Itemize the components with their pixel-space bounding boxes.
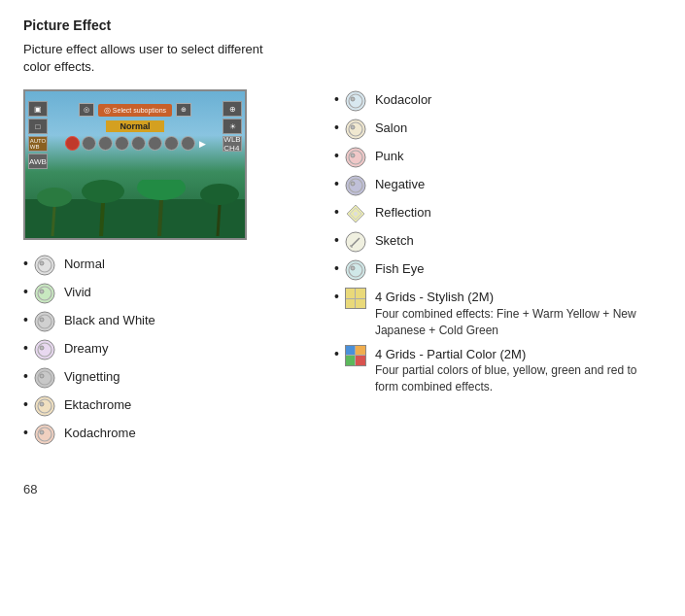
kodachrome-text: Kodachrome (64, 425, 136, 442)
ektachrome-icon (32, 395, 57, 417)
bullet-point: • (334, 346, 339, 362)
4grids-stylish-label: 4 Grids - Stylish (2M) (375, 289, 662, 306)
svg-point-44 (354, 212, 358, 216)
svg-point-14 (40, 290, 44, 293)
list-item: • Normal (23, 256, 325, 277)
svg-point-7 (200, 184, 239, 205)
camera-left-icons: ▣ □ AUTOWB AWB (28, 101, 48, 169)
normal-icon (32, 255, 57, 276)
list-item: • Reflection (334, 204, 662, 225)
black-white-icon (32, 311, 57, 332)
svg-point-23 (40, 374, 44, 378)
sketch-text: Sketch (375, 232, 414, 250)
bullet-point: • (334, 289, 339, 305)
list-item: • Kodachrome (23, 425, 325, 446)
bullet-point: • (23, 284, 28, 300)
svg-point-17 (40, 318, 44, 322)
vivid-text: Vivid (64, 284, 91, 301)
vivid-icon (32, 283, 57, 304)
normal-label: Normal (64, 256, 105, 273)
bullet-point: • (23, 396, 28, 413)
black-white-label: Black and White (64, 312, 155, 329)
normal-label: Normal (106, 120, 164, 132)
camera-screenshot: ▣ □ AUTOWB AWB ⊕ ☀ WLBCH4 ◎ ◎ (23, 89, 247, 240)
normal-text: Normal (64, 256, 105, 273)
bullet-point: • (334, 260, 339, 277)
bullet-point: • (23, 256, 28, 272)
ektachrome-text: Ektachrome (64, 396, 131, 414)
bullet-point: • (23, 340, 28, 357)
right-column: • Kodacolor• Salon• Punk• Negative• Refl… (334, 89, 662, 453)
salon-label: Salon (375, 120, 407, 137)
left-column: ▣ □ AUTOWB AWB ⊕ ☀ WLBCH4 ◎ ◎ (23, 89, 325, 453)
svg-point-35 (351, 125, 355, 129)
bullet-point: • (334, 176, 339, 192)
kodacolor-icon (343, 90, 368, 112)
4grids-stylish-text: 4 Grids - Stylish (2M)Four combined effe… (375, 289, 662, 338)
list-item: •4 Grids - Partial Color (2M)Four partia… (334, 346, 662, 395)
svg-line-4 (101, 203, 103, 236)
bullet-point: • (334, 120, 339, 136)
vignetting-label: Vignetting (64, 368, 120, 386)
content-area: ▣ □ AUTOWB AWB ⊕ ☀ WLBCH4 ◎ ◎ (23, 89, 662, 453)
4grids-stylish-sublabel: Four combined effects: Fine + Warm Yello… (375, 306, 662, 339)
4grids-partial-text: 4 Grids - Partial Color (2M)Four partial… (375, 346, 662, 395)
list-item: • Negative (334, 176, 662, 197)
list-item: •4 Grids - Stylish (2M)Four combined eff… (334, 289, 662, 338)
list-item: • Kodacolor (334, 91, 662, 113)
vignetting-icon (32, 367, 57, 389)
select-suboptions-button[interactable]: ◎ Select suboptions (98, 104, 172, 117)
fish-eye-label: Fish Eye (375, 260, 425, 278)
list-item: • Dreamy (23, 340, 325, 361)
bullet-point: • (334, 232, 339, 249)
sketch-label: Sketch (375, 232, 414, 250)
bullet-point: • (334, 91, 339, 108)
page-title: Picture Effect (23, 17, 662, 33)
camera-right-icons: ⊕ ☀ WLBCH4 (223, 101, 242, 152)
dreamy-label: Dreamy (64, 340, 109, 358)
4grids-partial-sublabel: Four partial colors of blue, yellow, gre… (375, 362, 662, 395)
kodachrome-label: Kodachrome (64, 425, 136, 442)
svg-point-11 (40, 261, 44, 265)
bullet-point: • (23, 425, 28, 441)
left-effects-list: • Normal• Vivid• Black and White• Dreamy… (23, 256, 325, 446)
punk-text: Punk (375, 148, 404, 165)
bullet-point: • (23, 368, 28, 385)
bullet-point: • (334, 204, 339, 221)
dreamy-icon (32, 339, 57, 360)
svg-point-1 (37, 188, 72, 207)
fish-eye-text: Fish Eye (375, 260, 425, 278)
salon-text: Salon (375, 120, 407, 137)
list-item: • Vivid (23, 284, 325, 305)
list-item: • Sketch (334, 232, 662, 254)
svg-point-38 (351, 154, 355, 157)
salon-icon (343, 119, 368, 140)
svg-line-6 (159, 200, 161, 236)
camera-ui-overlay: ◎ ◎ Select suboptions ⊕ Normal (50, 99, 221, 151)
vignetting-text: Vignetting (64, 368, 120, 386)
list-item: • Fish Eye (334, 260, 662, 282)
negative-label: Negative (375, 176, 425, 193)
page-number: 68 (23, 482, 662, 496)
punk-icon (343, 147, 368, 168)
negative-icon (343, 175, 368, 196)
sketch-icon (343, 231, 368, 253)
page-intro: Picture effect allows user to select dif… (23, 41, 276, 76)
kodacolor-label: Kodacolor (375, 91, 432, 109)
bullet-point: • (23, 312, 28, 328)
fish-eye-icon (343, 259, 368, 281)
svg-point-20 (40, 346, 44, 350)
dreamy-text: Dreamy (64, 340, 109, 358)
list-item: • Vignetting (23, 368, 325, 390)
list-item: • Salon (334, 120, 662, 141)
black-white-text: Black and White (64, 312, 155, 329)
negative-text: Negative (375, 176, 425, 193)
svg-point-26 (40, 402, 44, 406)
svg-point-5 (137, 180, 186, 200)
svg-point-32 (351, 97, 355, 101)
punk-label: Punk (375, 148, 404, 165)
vivid-label: Vivid (64, 284, 91, 301)
svg-point-29 (40, 430, 44, 434)
4grids-partial-icon (343, 345, 368, 366)
bullet-point: • (334, 148, 339, 164)
